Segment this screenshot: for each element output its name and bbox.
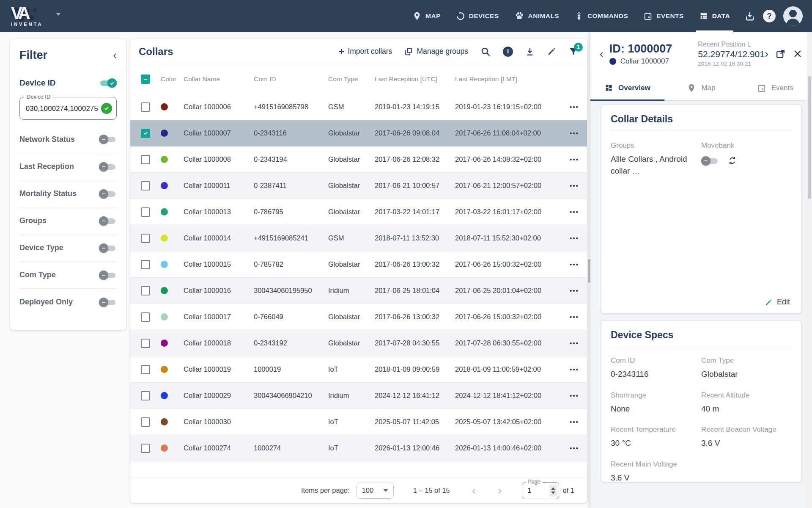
row-checkbox[interactable] bbox=[141, 155, 150, 164]
open-in-new-icon[interactable] bbox=[775, 49, 786, 59]
row-checkbox[interactable] bbox=[141, 365, 150, 374]
table-row[interactable]: Collar 10000150-785782Globalstar2017-06-… bbox=[130, 251, 587, 278]
row-checkbox[interactable] bbox=[141, 102, 150, 112]
filter-funnel-icon[interactable]: 1 bbox=[568, 47, 579, 57]
table-row[interactable]: Collar 10002741000274IoT2026-01-13 12:00… bbox=[130, 435, 587, 461]
logo-monogram: VA bbox=[11, 6, 27, 21]
row-actions-button[interactable]: ••• bbox=[570, 287, 579, 294]
row-actions-button[interactable]: ••• bbox=[570, 444, 579, 452]
row-actions-button[interactable]: ••• bbox=[570, 235, 579, 242]
next-collar-chevron-icon[interactable]: › bbox=[765, 50, 768, 58]
nav-item-animals[interactable]: ANIMALS bbox=[514, 0, 559, 32]
tab-map[interactable]: Map bbox=[664, 75, 738, 100]
row-actions-button[interactable]: ••• bbox=[570, 182, 579, 189]
table-row[interactable]: Collar 10000170-766049Globalstar2017-06-… bbox=[130, 304, 587, 330]
device-id-input[interactable] bbox=[26, 105, 101, 113]
row-checkbox[interactable] bbox=[141, 207, 150, 217]
filter-toggle[interactable] bbox=[99, 243, 117, 253]
row-checkbox[interactable] bbox=[141, 417, 150, 427]
table-row[interactable]: Collar 1000014+4915169085241GSM2018-07-1… bbox=[130, 225, 587, 251]
page-spinner[interactable] bbox=[549, 485, 557, 497]
row-actions-button[interactable]: ••• bbox=[570, 392, 579, 399]
device-id-toggle[interactable] bbox=[99, 78, 117, 88]
page-number-input[interactable] bbox=[527, 486, 540, 494]
manage-groups-button[interactable]: Manage groups bbox=[404, 47, 468, 56]
table-row[interactable]: Collar 1000029300434066904210Iridium2024… bbox=[130, 383, 587, 409]
row-actions-button[interactable]: ••• bbox=[570, 340, 579, 347]
filter-toggle[interactable] bbox=[99, 189, 117, 199]
spec-value: 30 °C bbox=[611, 437, 701, 449]
column-header: Collar Name bbox=[184, 75, 254, 83]
row-checkbox[interactable] bbox=[141, 181, 150, 190]
tab-overview[interactable]: Overview bbox=[590, 75, 664, 100]
info-icon[interactable]: i bbox=[503, 47, 513, 57]
filter-toggle[interactable] bbox=[99, 135, 117, 144]
items-per-page-select[interactable]: 100 bbox=[357, 483, 394, 499]
edit-button[interactable]: Edit bbox=[765, 298, 790, 306]
import-collars-button[interactable]: +Import collars bbox=[338, 47, 392, 56]
nav-item-data[interactable]: DATA bbox=[699, 0, 730, 32]
row-checkbox[interactable] bbox=[141, 260, 150, 269]
nav-item-events[interactable]: EVENTS bbox=[643, 0, 683, 32]
app-logo[interactable]: VA INVENTA bbox=[11, 3, 58, 30]
brand-caret-down-icon[interactable] bbox=[56, 13, 61, 16]
filter-toggle[interactable] bbox=[99, 298, 117, 307]
previous-collar-chevron-icon[interactable]: ‹ bbox=[600, 50, 604, 58]
next-page-chevron-icon[interactable]: › bbox=[498, 486, 502, 495]
row-actions-button[interactable]: ••• bbox=[570, 366, 579, 373]
row-actions-button[interactable]: ••• bbox=[570, 130, 579, 137]
user-avatar[interactable] bbox=[783, 6, 803, 26]
filter-toggle[interactable] bbox=[99, 271, 117, 280]
table-row[interactable]: Collar 1000006+4915169085798GSM2019-01-2… bbox=[130, 94, 587, 120]
collar-color-dot bbox=[161, 418, 168, 425]
movebank-toggle[interactable] bbox=[701, 156, 719, 166]
row-checkbox[interactable] bbox=[141, 312, 150, 322]
filter-toggle[interactable] bbox=[99, 216, 117, 226]
table-row[interactable]: Collar 10000080-2343194Globalstar2017-06… bbox=[130, 146, 587, 173]
table-row[interactable]: Collar 10000110-2387411Globalstar2017-06… bbox=[130, 173, 587, 199]
nav-item-devices[interactable]: DEVICES bbox=[456, 0, 499, 32]
row-checkbox[interactable] bbox=[141, 339, 150, 348]
row-actions-button[interactable]: ••• bbox=[570, 208, 579, 215]
tab-events[interactable]: Events bbox=[738, 75, 812, 100]
row-actions-button[interactable]: ••• bbox=[570, 313, 579, 320]
table-row[interactable]: Collar 10000070-2343116Globalstar2017-06… bbox=[130, 120, 587, 146]
panel-scrollbar-thumb[interactable] bbox=[808, 76, 811, 199]
sync-icon[interactable] bbox=[727, 156, 737, 166]
spinner-down-icon[interactable] bbox=[551, 491, 555, 494]
row-actions-button[interactable]: ••• bbox=[570, 156, 579, 163]
table-row[interactable]: Collar 10000180-2343192Globalstar2017-07… bbox=[130, 330, 587, 356]
edit-pencil-icon[interactable] bbox=[547, 47, 557, 56]
table-row[interactable]: Collar 1000030IoT2025-05-07 11:42:052025… bbox=[130, 409, 587, 435]
row-actions-button[interactable]: ••• bbox=[570, 418, 579, 425]
page-number-field[interactable]: Page bbox=[522, 482, 559, 499]
row-checkbox[interactable] bbox=[141, 234, 150, 243]
close-panel-icon[interactable] bbox=[793, 49, 803, 59]
table-row[interactable]: Collar 1000016300434060195950Iridium2017… bbox=[130, 278, 587, 304]
com-type-cell: Iridium bbox=[328, 392, 375, 400]
nav-item-label: EVENTS bbox=[656, 12, 683, 20]
row-checkbox[interactable] bbox=[141, 129, 150, 138]
row-checkbox[interactable] bbox=[141, 391, 150, 400]
table-row[interactable]: Collar 10000191000019IoT2018-01-09 09:00… bbox=[130, 356, 587, 383]
row-actions-button[interactable]: ••• bbox=[570, 103, 579, 110]
filter-toggle[interactable] bbox=[99, 162, 117, 171]
device-id-field[interactable]: Device ID bbox=[19, 97, 117, 120]
map-pin-icon bbox=[412, 11, 422, 21]
row-checkbox[interactable] bbox=[141, 444, 150, 453]
last-reception-utc-cell: 2017-06-26 13:00:32 bbox=[375, 260, 455, 268]
collapse-filter-chevron-icon[interactable]: ‹ bbox=[113, 51, 117, 59]
previous-page-chevron-icon[interactable]: ‹ bbox=[472, 486, 476, 495]
last-reception-lmt-cell: 2019-01-23 16:19:15+02:00 bbox=[455, 103, 562, 111]
help-icon[interactable]: ? bbox=[763, 10, 776, 22]
search-icon[interactable] bbox=[480, 46, 491, 57]
nav-item-map[interactable]: MAP bbox=[412, 0, 441, 32]
spinner-up-icon[interactable] bbox=[551, 487, 555, 490]
select-all-checkbox[interactable] bbox=[141, 75, 150, 84]
row-actions-button[interactable]: ••• bbox=[570, 261, 579, 268]
import-tray-icon[interactable] bbox=[744, 11, 755, 22]
nav-item-commands[interactable]: COMMANDS bbox=[574, 0, 628, 32]
download-icon[interactable] bbox=[525, 47, 535, 57]
row-checkbox[interactable] bbox=[141, 286, 150, 295]
table-row[interactable]: Collar 10000130-786795Globalstar2017-03-… bbox=[130, 199, 587, 225]
